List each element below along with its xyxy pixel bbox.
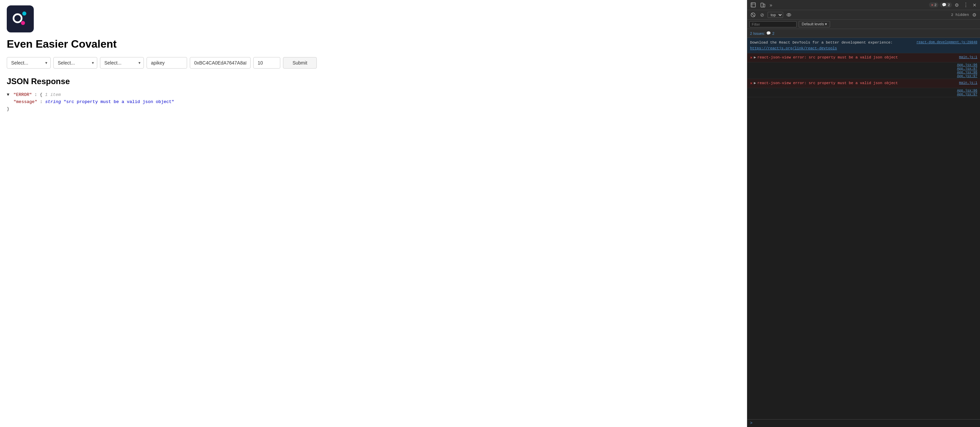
- device-icon: [760, 2, 765, 8]
- json-colon-space: :: [35, 92, 40, 97]
- console-messages: Download the React DevTools for a better…: [747, 38, 980, 419]
- address-input[interactable]: [190, 57, 251, 69]
- select-wrapper-3: Select...: [100, 57, 144, 69]
- no-entry-btn[interactable]: ⊘: [759, 11, 765, 18]
- console-message-error-1: ✕ ▶ react-json-view error: src property …: [747, 53, 980, 62]
- error-1-source[interactable]: main.js:1: [959, 55, 977, 60]
- prompt-arrow: >: [750, 421, 752, 425]
- console-input[interactable]: [754, 421, 977, 425]
- json-meta-items: 1 item: [45, 92, 61, 97]
- info-msg-row: Download the React DevTools for a better…: [750, 40, 977, 51]
- error-2-row: ✕ ▶ react-json-view error: src property …: [750, 80, 977, 86]
- error-badge-count: 2: [934, 3, 937, 7]
- default-levels-btn[interactable]: Default levels ▾: [799, 21, 830, 27]
- message-badge: 💬 2: [940, 2, 952, 8]
- devtools-toolbar-3: Default levels ▾: [747, 19, 980, 29]
- json-collapse-toggle[interactable]: ▼: [7, 92, 10, 97]
- select-2[interactable]: Select...: [53, 57, 97, 69]
- svg-rect-8: [763, 4, 765, 7]
- json-message-value: "src property must be a valid json objec…: [64, 99, 174, 104]
- svg-line-10: [751, 13, 755, 16]
- stack-link-1a[interactable]: App.jsx:96: [957, 63, 977, 67]
- select-3[interactable]: Select...: [100, 57, 144, 69]
- stack-trace-1: App.jsx:96 App.jsx:97 App.jsx:96 App.jsx…: [747, 62, 980, 79]
- error-badge: ✕ 2: [929, 2, 939, 8]
- devtools-panel: » ✕ 2 💬 2 ⚙ ⋮ ✕ ⊘ top: [747, 0, 980, 427]
- react-devtools-link[interactable]: https://reactjs.org/link/react-devtools: [750, 46, 837, 50]
- devtools-more-tabs-btn[interactable]: »: [768, 2, 774, 8]
- json-inner: "message" : string "src property must be…: [7, 99, 740, 106]
- eye-btn[interactable]: [785, 13, 792, 17]
- error-1-icon: ✕: [750, 55, 752, 61]
- inspect-icon: [751, 2, 756, 8]
- issues-btn[interactable]: 2 Issues: 💬 2: [750, 31, 774, 35]
- devtools-inspect-btn[interactable]: [749, 2, 757, 8]
- error-2-expand[interactable]: ▶: [754, 80, 756, 86]
- console-message-error-2: ✕ ▶ react-json-view error: src property …: [747, 79, 980, 88]
- hidden-count: 2 hidden: [951, 13, 969, 17]
- console-message-info: Download the React DevTools for a better…: [747, 38, 980, 53]
- issues-bar: 2 Issues: 💬 2: [747, 29, 980, 38]
- error-2-icon: ✕: [750, 80, 752, 86]
- message-badge-icon: 💬: [942, 3, 947, 7]
- issues-icon: 💬: [766, 31, 771, 35]
- svg-point-12: [788, 14, 789, 16]
- error-1-expand[interactable]: ▶: [754, 55, 756, 61]
- select-wrapper-2: Select...: [53, 57, 97, 69]
- devtools-more-btn[interactable]: ⋮: [962, 1, 970, 9]
- json-brace-open: {: [40, 92, 43, 97]
- stack-link-1b[interactable]: App.jsx:97: [957, 67, 977, 71]
- stack-trace-2: App.jsx:96 App.jsx:97: [747, 88, 980, 97]
- svg-point-2: [22, 11, 26, 16]
- submit-button[interactable]: Submit: [283, 57, 317, 69]
- number-input[interactable]: [253, 57, 280, 69]
- error-badge-icon: ✕: [931, 3, 934, 7]
- json-response-title: JSON Response: [7, 76, 740, 86]
- info-source-link[interactable]: react-dom.development.js:29840: [916, 40, 977, 45]
- issues-label: 2 Issues:: [750, 32, 765, 35]
- json-root-line: ▼ "ERROR" : { 1 item: [7, 92, 740, 99]
- json-viewer: ▼ "ERROR" : { 1 item "message" : string …: [7, 92, 740, 113]
- error-2-source[interactable]: main.js:1: [959, 80, 977, 86]
- console-prompt: >: [747, 419, 980, 427]
- error-2-text: react-json-view error: src property must…: [757, 80, 959, 86]
- devtools-close-btn[interactable]: ✕: [971, 2, 978, 8]
- clear-console-btn[interactable]: [749, 12, 757, 18]
- svg-point-3: [21, 21, 25, 25]
- svg-rect-4: [751, 3, 756, 7]
- json-brace-close: }: [7, 107, 10, 112]
- context-select[interactable]: top: [768, 12, 783, 18]
- svg-point-11: [787, 14, 791, 16]
- json-colon2: :: [40, 99, 45, 104]
- devtools-toolbar-2: ⊘ top 2 hidden ⚙: [747, 10, 980, 19]
- console-settings-btn[interactable]: ⚙: [971, 11, 978, 18]
- logo-svg: [10, 9, 30, 29]
- json-message-key: "message": [14, 99, 37, 104]
- filter-input[interactable]: [749, 21, 797, 27]
- controls-row: Select... Select... Select... Submit: [7, 57, 740, 69]
- stack-link-1c[interactable]: App.jsx:96: [957, 71, 977, 74]
- devtools-device-btn[interactable]: [759, 2, 767, 8]
- info-msg-text: Download the React DevTools for a better…: [750, 40, 916, 51]
- app-logo: [7, 5, 34, 32]
- message-badge-count: 2: [948, 3, 950, 7]
- stack-link-2b[interactable]: App.jsx:97: [957, 92, 977, 96]
- json-close-line: }: [7, 106, 740, 113]
- svg-rect-7: [761, 3, 763, 7]
- stack-link-2a[interactable]: App.jsx:96: [957, 89, 977, 92]
- main-content: Even Easier Covalent Select... Select...…: [0, 0, 747, 427]
- json-error-key: "ERROR": [14, 92, 32, 97]
- clear-icon: [751, 13, 756, 17]
- stack-link-1d[interactable]: App.jsx:97: [957, 74, 977, 78]
- eye-icon: [786, 13, 791, 16]
- devtools-settings-btn[interactable]: ⚙: [953, 2, 961, 8]
- json-type-label: string: [45, 99, 61, 104]
- select-1[interactable]: Select...: [7, 57, 51, 69]
- error-1-text: react-json-view error: src property must…: [757, 55, 959, 61]
- app-title: Even Easier Covalent: [7, 38, 740, 50]
- select-wrapper-1: Select...: [7, 57, 51, 69]
- devtools-toolbar-1: » ✕ 2 💬 2 ⚙ ⋮ ✕: [747, 0, 980, 10]
- error-1-row: ✕ ▶ react-json-view error: src property …: [750, 55, 977, 61]
- apikey-input[interactable]: [146, 57, 187, 69]
- issues-count: 2: [772, 32, 774, 35]
